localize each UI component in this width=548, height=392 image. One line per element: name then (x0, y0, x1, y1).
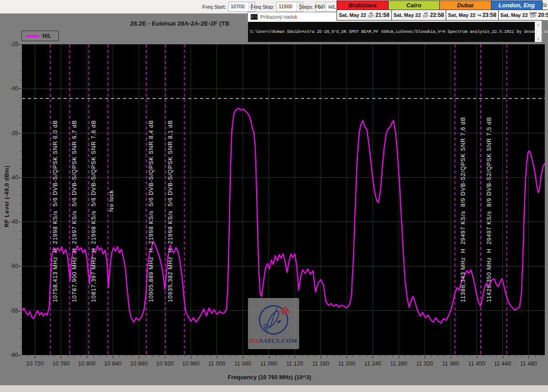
transponder-annotation: 10935,382 MHz H 21998 KS/s 5/6 DVB-S/QPS… (167, 97, 174, 302)
x-minor-tick (542, 355, 542, 357)
x-major-tick (191, 355, 191, 359)
x-minor-tick (444, 355, 445, 357)
x-minor-tick (158, 355, 159, 357)
y-minor-tick (20, 186, 21, 187)
x-minor-tick (457, 355, 458, 357)
x-minor-tick (386, 355, 386, 357)
x-minor-tick (379, 355, 379, 357)
x-minor-tick (54, 355, 55, 357)
x-minor-tick (437, 355, 438, 357)
clock-time-cell: Sat, May 22+2DST22:58 (392, 10, 447, 20)
x-tick-label: 11 400 (468, 361, 485, 367)
x-major-tick (399, 355, 399, 359)
x-minor-tick (282, 355, 282, 357)
clock-utc-offset: +4 (477, 14, 481, 17)
x-tick-label: 11 080 (260, 361, 277, 367)
x-minor-tick (431, 355, 432, 357)
y-tick-label: -50 (0, 263, 18, 269)
steps-label: Steps: (299, 4, 313, 10)
x-major-tick (503, 355, 503, 359)
x-major-tick (321, 355, 321, 359)
y-minor-tick (20, 346, 21, 347)
x-minor-tick (80, 355, 81, 357)
x-minor-tick (178, 355, 178, 357)
x-tick-label: 11 000 (208, 361, 225, 367)
freq-start-value[interactable]: 10700 (229, 2, 248, 11)
x-minor-tick (470, 355, 470, 357)
x-minor-tick (106, 355, 107, 357)
x-minor-tick (171, 355, 172, 357)
x-minor-tick (236, 355, 237, 357)
dxsatcs-watermark: DXSATCS.COM (248, 298, 299, 349)
command-prompt-title: Príkazový riadok (260, 14, 297, 20)
clipped-right-label: St (542, 2, 547, 8)
x-minor-tick (126, 355, 126, 357)
y-tick-label: -35 (0, 130, 18, 136)
x-minor-tick (301, 355, 302, 357)
x-major-tick (269, 355, 269, 359)
no-lock-annotation: No lock (108, 183, 115, 212)
x-major-tick (373, 355, 373, 359)
x-tick-label: 11 280 (390, 361, 407, 367)
y-minor-tick (20, 115, 21, 116)
x-minor-tick (262, 355, 263, 357)
y-minor-tick (20, 329, 21, 329)
y-tick-label: -60 (0, 352, 18, 358)
x-minor-tick (522, 355, 522, 357)
x-tick-label: 11 040 (234, 361, 251, 367)
y-minor-tick (20, 204, 21, 204)
x-tick-label: 11 320 (416, 361, 433, 367)
clock-dst-flag: DST (530, 15, 536, 18)
transponder-annotation: 10905,889 MHz H 21998 KS/s 5/6 DVB-S/QPS… (148, 97, 154, 302)
x-minor-tick (249, 355, 250, 357)
scroll-up-button[interactable]: ∧ (535, 22, 542, 28)
x-tick-label: 10 720 (26, 361, 43, 367)
x-minor-tick (353, 355, 353, 357)
y-minor-tick (20, 195, 21, 196)
x-minor-tick (464, 355, 464, 357)
x-minor-tick (256, 355, 256, 357)
x-minor-tick (496, 355, 496, 357)
y-tick-label: -25 (0, 41, 18, 47)
x-minor-tick (288, 355, 289, 357)
y-minor-tick (20, 213, 21, 214)
x-minor-tick (28, 355, 29, 357)
clock-dst-flag: DST (423, 15, 429, 18)
x-tick-label: 10 880 (130, 361, 148, 367)
scroll-down-button[interactable]: ∨ (535, 36, 542, 42)
y-minor-tick (20, 240, 21, 240)
y-tick-label: -45 (0, 219, 18, 225)
wordmark-rest: SATCS.COM (259, 337, 297, 344)
x-tick-label: 10 960 (182, 361, 200, 367)
pol-value: H/L (328, 4, 336, 10)
x-major-tick (217, 355, 217, 359)
y-minor-tick (20, 106, 21, 107)
x-minor-tick (490, 355, 490, 357)
clock-dst-flag: DST (368, 15, 374, 18)
console-scrollbar[interactable]: ∧ ∨ (535, 22, 542, 42)
wordmark-dx: DX (250, 337, 259, 344)
x-major-tick (347, 355, 347, 359)
x-minor-tick (152, 355, 153, 357)
transponder-annotation: 10787,900 MHz H 21997 KS/s 5/6 DVB-S/QPS… (71, 97, 78, 302)
freq-stop-field: Freq Stop: 11500 ▲▼ (251, 2, 303, 12)
x-minor-tick (211, 355, 211, 357)
x-tick-label: 11 200 (338, 361, 355, 367)
x-minor-tick (119, 355, 120, 357)
y-minor-tick (20, 293, 21, 293)
y-minor-tick (20, 151, 21, 152)
x-major-tick (451, 355, 451, 359)
x-minor-tick (411, 355, 412, 357)
clock-date: Sat, May 22 (501, 12, 528, 18)
x-minor-tick (74, 355, 74, 357)
x-minor-tick (327, 355, 328, 357)
x-minor-tick (100, 355, 100, 357)
x-minor-tick (48, 355, 48, 357)
legend: H/L (21, 31, 59, 41)
x-minor-tick (132, 355, 133, 357)
x-minor-tick (340, 355, 341, 357)
x-minor-tick (405, 355, 406, 357)
command-prompt-text: C:\Users\Roman Dávid>Astra 2E-28,5°E_UK … (250, 30, 548, 34)
freq-stop-value[interactable]: 11500 (277, 2, 296, 11)
satellite-dish-icon (257, 303, 290, 337)
